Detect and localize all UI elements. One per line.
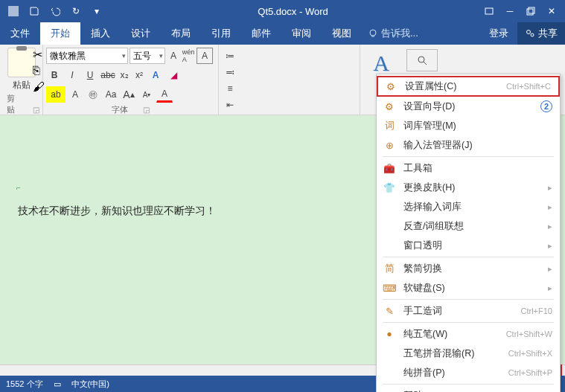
phonetic-guide-button[interactable]: wénA <box>182 48 195 64</box>
ctx-item[interactable]: ✎手工造词Ctrl+F10 <box>377 301 560 321</box>
ribbon-tabs: 文件 开始 插入 设计 布局 引用 邮件 审阅 视图 告诉我... 登录 共享 <box>0 22 565 45</box>
cut-button[interactable]: ✂ <box>33 48 45 60</box>
bold-button[interactable]: B <box>46 67 63 83</box>
ctx-item[interactable]: ●纯五笔(W)Ctrl+Shift+W <box>377 324 560 344</box>
paste-button[interactable] <box>7 48 36 77</box>
minimize-button[interactable]: ─ <box>499 1 520 21</box>
tab-view[interactable]: 视图 <box>322 22 362 45</box>
ribbon-options-button[interactable] <box>479 1 499 21</box>
undo-button[interactable] <box>45 1 66 21</box>
ctx-item[interactable]: 纯拼音(P)Ctrl+Shift+P <box>377 363 560 382</box>
proofing-icon[interactable]: ▭ <box>54 379 61 389</box>
find-button[interactable] <box>406 49 438 71</box>
ctx-item[interactable]: ⚙设置向导(D)2 <box>377 97 560 116</box>
font-size-combo[interactable]: 五号▾ <box>130 48 165 64</box>
tab-file[interactable]: 文件 <box>0 22 40 45</box>
ctx-item[interactable]: 帮助(A)▸ <box>377 386 560 392</box>
grow-font-button-2[interactable]: A▴ <box>121 86 137 103</box>
ctx-item[interactable]: ⌨软键盘(S)▸ <box>377 278 560 298</box>
close-button[interactable]: ✕ <box>541 1 562 21</box>
ctx-item[interactable]: 👕更换皮肤(H)▸ <box>377 178 560 197</box>
restore-button[interactable] <box>520 1 541 21</box>
numbering-button[interactable]: ≕ <box>222 64 238 80</box>
tab-design[interactable]: 设计 <box>121 22 161 45</box>
word-count[interactable]: 1552 个字 <box>6 379 43 390</box>
text-effects-button[interactable]: A <box>147 67 164 83</box>
tab-mailings[interactable]: 邮件 <box>241 22 281 45</box>
save-button[interactable] <box>24 1 45 21</box>
paste-label[interactable]: 粘贴 <box>13 79 31 91</box>
tab-references[interactable]: 引用 <box>201 22 241 45</box>
ctx-item[interactable]: 反查/词组联想▸ <box>377 216 560 236</box>
font-color-button[interactable]: A <box>156 86 173 103</box>
change-case-button[interactable]: Aa <box>103 86 119 103</box>
bulb-icon <box>368 28 378 39</box>
italic-button[interactable]: I <box>64 67 80 83</box>
clear-format-button[interactable]: ◢ <box>165 67 182 83</box>
app-icon <box>3 1 24 21</box>
clipboard-dialog-launcher[interactable]: ◲ <box>33 106 39 114</box>
highlight-button[interactable]: ab <box>46 86 66 103</box>
document-title: Qt5.docx - Word <box>107 6 479 17</box>
enclose-chars-button[interactable]: ㊕ <box>85 86 101 103</box>
title-bar: ↻ ▾ Qt5.docx - Word ─ ✕ <box>0 0 565 22</box>
svg-rect-2 <box>527 9 533 15</box>
font-group-label: 字体 <box>112 104 128 115</box>
ctx-item[interactable]: 简繁简切换▸ <box>377 259 560 278</box>
subscript-button[interactable]: x₂ <box>118 67 131 83</box>
ctx-item[interactable]: 窗口透明▸ <box>377 236 560 255</box>
font-group: 微软雅黑▾ 五号▾ A wénA A B I U abc x₂ x² A ◢ a… <box>43 45 219 115</box>
qat-customize-button[interactable]: ▾ <box>86 1 107 21</box>
styles-button[interactable]: A <box>373 51 389 76</box>
clipboard-group: 粘贴 ✂ ⎘ 🖌 剪贴板◲ <box>0 45 43 115</box>
multilevel-button[interactable]: ≡ <box>222 80 238 97</box>
bullets-button[interactable]: ≔ <box>222 48 238 64</box>
svg-point-5 <box>527 30 531 34</box>
ctx-item[interactable]: ⊕输入法管理器(J) <box>377 135 560 155</box>
svg-rect-3 <box>529 7 534 13</box>
char-shading-button[interactable]: A <box>67 86 83 103</box>
svg-point-6 <box>531 33 534 36</box>
svg-point-4 <box>370 30 376 36</box>
svg-rect-0 <box>8 6 19 16</box>
svg-rect-1 <box>485 8 493 14</box>
superscript-button[interactable]: x² <box>133 67 146 83</box>
login-button[interactable]: 登录 <box>480 22 517 45</box>
tab-insert[interactable]: 插入 <box>80 22 121 45</box>
shrink-font-button[interactable]: A▾ <box>138 86 155 103</box>
share-icon <box>525 28 535 39</box>
share-button[interactable]: 共享 <box>517 22 565 45</box>
tab-home[interactable]: 开始 <box>40 22 80 45</box>
search-icon <box>416 54 428 66</box>
format-painter-button[interactable]: 🖌 <box>33 80 45 92</box>
char-border-button[interactable]: A <box>197 48 213 64</box>
grow-font-button[interactable]: A <box>167 48 180 64</box>
tell-me-input[interactable]: 告诉我... <box>362 22 480 45</box>
copy-button[interactable]: ⎘ <box>33 64 45 76</box>
underline-button[interactable]: U <box>82 67 98 83</box>
ctx-item[interactable]: 词词库管理(M) <box>377 116 560 135</box>
redo-button[interactable]: ↻ <box>66 1 86 21</box>
strikethrough-button[interactable]: abc <box>100 67 116 83</box>
ime-context-menu: ⚙设置属性(C)Ctrl+Shift+C⚙设置向导(D)2词词库管理(M)⊕输入… <box>376 74 561 392</box>
cursor-indicator: ⌐ <box>16 184 21 192</box>
decrease-indent-button[interactable]: ⇤ <box>222 97 238 113</box>
ctx-item[interactable]: ⚙设置属性(C)Ctrl+Shift+C <box>377 76 560 97</box>
font-dialog-launcher[interactable]: ◲ <box>143 106 150 114</box>
ctx-item[interactable]: 🧰工具箱 <box>377 158 560 178</box>
ctx-item[interactable]: 选择输入词库▸ <box>377 197 560 216</box>
paragraph-group: ≔ ≕ ≡ ⇤ ⇥ ☰ ¶ ≡ ≡ ≡ ≡ ≣ ‡≡ ◢ ⊞ A↓ ⊡ <box>219 45 360 115</box>
ctx-item[interactable]: 五笔拼音混输(R)Ctrl+Shift+X <box>377 344 560 363</box>
language-indicator[interactable]: 中文(中国) <box>71 379 109 390</box>
tab-review[interactable]: 审阅 <box>281 22 322 45</box>
tab-layout[interactable]: 布局 <box>161 22 201 45</box>
font-name-combo[interactable]: 微软雅黑▾ <box>46 48 128 64</box>
svg-point-7 <box>418 57 424 62</box>
